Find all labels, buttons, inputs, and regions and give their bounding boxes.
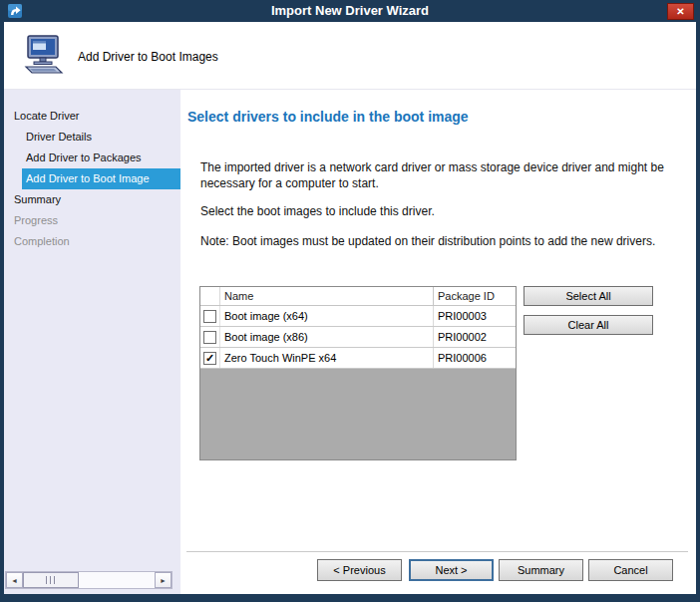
select-all-button[interactable]: Select All <box>524 286 653 306</box>
row-checkbox-cell <box>200 348 220 368</box>
step-add-driver-to-boot-image-current[interactable]: Add Driver to Boot Image <box>22 168 180 189</box>
row-package-id-cell: PRI00003 <box>434 306 516 326</box>
wizard-header: Add Driver to Boot Images <box>4 22 696 90</box>
note-text: Note: Boot images must be updated on the… <box>200 233 681 249</box>
titlebar: Import New Driver Wizard ✕ <box>0 0 700 22</box>
row-name-cell: Zero Touch WinPE x64 <box>220 348 434 368</box>
row-name-cell: Boot image (x64) <box>220 306 434 326</box>
boot-image-x86-checkbox[interactable] <box>203 331 216 344</box>
next-button[interactable]: Next > <box>409 559 494 581</box>
close-button[interactable]: ✕ <box>667 3 694 20</box>
scrollbar-thumb-grip <box>46 576 57 584</box>
scroll-right-icon[interactable]: ► <box>155 572 172 588</box>
row-package-id-cell: PRI00006 <box>434 348 516 368</box>
wizard-steps-list: Locate Driver Driver Details Add Driver … <box>4 90 180 252</box>
boot-image-x64-checkbox[interactable] <box>203 310 216 323</box>
import-new-driver-wizard-window: Import New Driver Wizard ✕ Add Driver to… <box>0 0 700 602</box>
step-add-driver-to-packages[interactable]: Add Driver to Packages <box>4 148 180 168</box>
package-id-column-header[interactable]: Package ID <box>434 287 516 305</box>
row-checkbox-cell <box>200 306 220 326</box>
page-title: Select drivers to include in the boot im… <box>187 109 686 125</box>
table-header-row: Name Package ID <box>200 287 516 306</box>
wizard-main-pane: Select drivers to include in the boot im… <box>180 90 696 594</box>
table-row[interactable]: Boot image (x86) PRI00002 <box>200 327 516 348</box>
step-summary[interactable]: Summary <box>4 189 180 210</box>
scroll-left-icon[interactable]: ◄ <box>6 572 23 588</box>
step-driver-details[interactable]: Driver Details <box>4 127 180 148</box>
step-locate-driver[interactable]: Locate Driver <box>4 106 180 127</box>
row-name-cell: Boot image (x86) <box>220 327 434 347</box>
wizard-steps-sidebar: Locate Driver Driver Details Add Driver … <box>4 90 180 594</box>
boot-images-table: Name Package ID Boot image (x64) PRI0000… <box>199 286 517 460</box>
window-title: Import New Driver Wizard <box>0 3 700 18</box>
step-progress: Progress <box>4 210 180 231</box>
clear-all-button[interactable]: Clear All <box>524 315 653 335</box>
table-row[interactable]: Zero Touch WinPE x64 PRI00006 <box>200 348 516 369</box>
intro-text: The imported driver is a network card dr… <box>200 159 681 191</box>
footer-divider <box>186 551 688 553</box>
step-completion: Completion <box>4 231 180 252</box>
name-column-header[interactable]: Name <box>220 287 434 305</box>
wizard-body: Locate Driver Driver Details Add Driver … <box>4 90 696 594</box>
cancel-button[interactable]: Cancel <box>588 559 673 581</box>
checkbox-column-header[interactable] <box>200 287 220 305</box>
row-checkbox-cell <box>200 327 220 347</box>
zero-touch-winpe-x64-checkbox[interactable] <box>203 352 216 365</box>
computer-icon <box>22 34 66 80</box>
header-title: Add Driver to Boot Images <box>78 50 218 64</box>
table-row[interactable]: Boot image (x64) PRI00003 <box>200 306 516 327</box>
scrollbar-track[interactable] <box>79 572 155 588</box>
sidebar-horizontal-scrollbar[interactable]: ◄ ► <box>5 571 173 589</box>
previous-button[interactable]: < Previous <box>317 559 402 581</box>
row-package-id-cell: PRI00002 <box>434 327 516 347</box>
summary-button[interactable]: Summary <box>499 559 583 581</box>
scrollbar-thumb[interactable] <box>23 572 79 588</box>
instruction-text: Select the boot images to include this d… <box>200 203 681 219</box>
